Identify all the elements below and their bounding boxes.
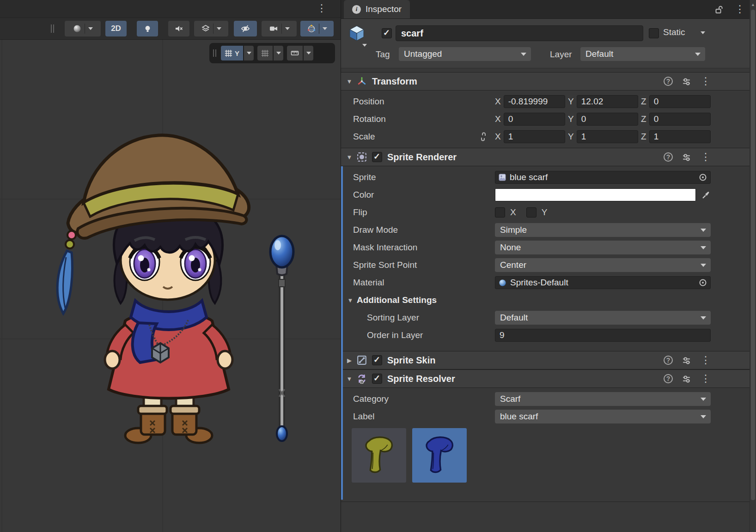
gameobject-name-field[interactable]: scarf (396, 25, 643, 41)
category-dropdown[interactable]: Scarf (495, 392, 711, 406)
additional-settings-row[interactable]: ▼ Additional Settings (341, 291, 756, 309)
static-checkbox[interactable] (649, 28, 659, 38)
color-row: Color (341, 186, 756, 204)
presets-icon[interactable] (682, 77, 691, 87)
sprite-sort-point-dropdown[interactable]: Center (495, 258, 711, 272)
component-menu-icon[interactable]: ⋮ (701, 374, 711, 384)
help-icon[interactable]: ? (664, 152, 673, 162)
mask-interaction-dropdown[interactable]: None (495, 241, 711, 254)
lock-icon[interactable] (715, 5, 724, 14)
help-icon[interactable]: ? (664, 356, 673, 365)
scene-audio-toggle[interactable] (168, 21, 189, 36)
scene-camera-button[interactable] (262, 21, 297, 36)
scale-z-field[interactable]: 1 (649, 130, 711, 143)
flip-x-checkbox[interactable] (495, 207, 505, 218)
draw-mode-button[interactable] (65, 21, 101, 36)
grid-visibility-button[interactable]: Y (221, 46, 243, 60)
grid-line (1, 40, 2, 532)
scene-lighting-toggle[interactable] (137, 21, 158, 36)
constrain-proportions-icon[interactable] (479, 132, 488, 141)
grid-snapping-button[interactable] (257, 46, 273, 60)
transform-body: Position X -0.819999 Y 12.02 Z 0 Rotatio… (341, 91, 756, 148)
grid-toolbar-drag-handle[interactable] (213, 49, 216, 57)
tag-dropdown[interactable]: Untagged (399, 47, 531, 61)
foldout-collapsed-icon[interactable]: ▶ (345, 357, 354, 364)
component-menu-icon[interactable]: ⋮ (701, 152, 711, 162)
rotation-y-field[interactable]: 0 (577, 113, 638, 126)
inspector-menu-icon[interactable]: ⋮ (735, 4, 745, 14)
component-enabled-checkbox[interactable] (372, 152, 382, 162)
transform-header[interactable]: ▼ Transform ? ⋮ (341, 72, 756, 91)
scene-effects-button[interactable] (194, 21, 228, 36)
gameobject-cube-icon[interactable] (348, 24, 366, 44)
presets-icon[interactable] (682, 153, 691, 163)
color-swatch[interactable] (495, 188, 696, 201)
rotation-z-field[interactable]: 0 (649, 113, 711, 126)
static-dropdown-arrow[interactable] (701, 31, 705, 34)
scale-y-field[interactable]: 1 (577, 130, 638, 143)
tag-label: Tag (376, 49, 390, 60)
sprite-skin-icon (357, 355, 367, 365)
additional-settings-label: Additional Settings (357, 295, 437, 305)
component-menu-icon[interactable]: ⋮ (701, 76, 711, 86)
foldout-expanded-icon[interactable]: ▼ (345, 78, 354, 85)
sprite-resolver-header[interactable]: ▼ Sprite Resolver ? ⋮ (341, 369, 756, 388)
help-icon[interactable]: ? (664, 374, 673, 383)
inspector-tab[interactable]: i Inspector (344, 0, 410, 18)
grid-snapping-dropdown[interactable] (274, 46, 283, 60)
active-checkbox[interactable] (382, 28, 392, 38)
position-x-field[interactable]: -0.819999 (504, 95, 565, 108)
position-z-field[interactable]: 0 (649, 95, 711, 108)
sprite-skin-header[interactable]: ▶ Sprite Skin ? ⋮ (341, 351, 756, 369)
label-dropdown[interactable]: blue scarf (495, 410, 711, 423)
sprite-option-yellow-scarf[interactable] (352, 428, 406, 483)
flip-y-checkbox[interactable] (526, 207, 537, 218)
inspector-panel: i Inspector ⋮ scarf Static Tag Untagged … (341, 0, 756, 532)
position-y-field[interactable]: 12.02 (577, 95, 638, 108)
sprite-object-field[interactable]: blue scarf (495, 171, 711, 184)
component-enabled-checkbox[interactable] (372, 374, 382, 384)
object-picker-icon[interactable] (699, 173, 707, 181)
snap-increment-button[interactable] (287, 46, 303, 60)
foldout-expanded-icon[interactable]: ▼ (345, 154, 354, 161)
presets-icon[interactable] (682, 375, 691, 384)
object-picker-icon[interactable] (699, 278, 707, 287)
layer-dropdown[interactable]: Default (580, 47, 705, 61)
foldout-expanded-icon[interactable]: ▼ (345, 375, 354, 382)
presets-icon[interactable] (682, 356, 691, 366)
scale-x-field[interactable]: 1 (504, 130, 565, 143)
sprite-resolver-body: Category Scarf Label blue scarf (341, 388, 756, 502)
snap-increment-dropdown[interactable] (304, 46, 313, 60)
sprite-sort-point-row: Sprite Sort Point Center (341, 256, 756, 274)
toolbar-drag-handle[interactable] (51, 24, 54, 33)
inspector-end-divider (341, 502, 756, 502)
icon-dropdown-arrow[interactable] (362, 44, 367, 47)
gizmos-button[interactable] (300, 21, 334, 36)
scene-viewport[interactable]: Y (0, 40, 341, 532)
yellow-scarf-thumbnail (356, 432, 402, 478)
scale-label: Scale (341, 132, 495, 142)
dropdown-arrow-icon (285, 27, 290, 30)
gameobject-header: scarf Static Tag Untagged Layer Default (341, 19, 756, 68)
rotation-x-field[interactable]: 0 (504, 113, 565, 126)
sprite-option-blue-scarf[interactable] (412, 428, 467, 483)
grid-visibility-dropdown[interactable] (244, 46, 254, 60)
scene-overflow-menu-icon[interactable]: ⋮ (317, 3, 327, 13)
eyedropper-icon[interactable] (701, 190, 711, 200)
inspector-scrollbar[interactable]: ▲ (750, 0, 756, 532)
scene-visibility-toggle[interactable] (234, 21, 257, 36)
order-in-layer-field: 9 (495, 329, 711, 342)
effects-layers-icon (201, 24, 210, 33)
scrollbar-thumb[interactable] (751, 10, 755, 500)
sprite-renderer-header[interactable]: ▼ Sprite Renderer ? ⋮ (341, 148, 756, 166)
draw-mode-dropdown[interactable]: Simple (495, 223, 711, 237)
component-enabled-checkbox[interactable] (372, 355, 382, 365)
staff (270, 236, 293, 441)
foldout-expanded-icon[interactable]: ▼ (346, 297, 355, 304)
2d-view-toggle[interactable]: 2D (105, 21, 127, 36)
scroll-up-arrow[interactable]: ▲ (750, 0, 756, 7)
material-object-field[interactable]: Sprites-Default (495, 276, 711, 289)
help-icon[interactable]: ? (664, 77, 673, 86)
sorting-layer-dropdown[interactable]: Default (495, 311, 711, 325)
component-menu-icon[interactable]: ⋮ (701, 355, 711, 365)
